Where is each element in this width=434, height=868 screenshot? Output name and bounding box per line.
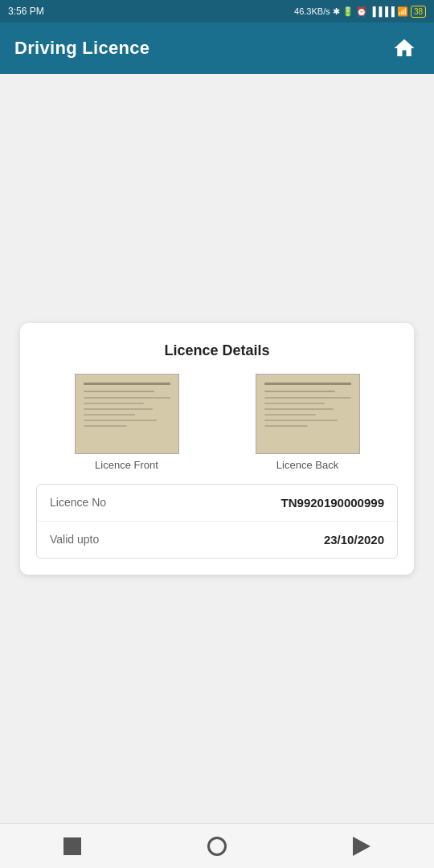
doc-line <box>264 403 326 404</box>
valid-upto-row: Valid upto 23/10/2020 <box>37 522 397 558</box>
network-speed: 46.3KB/s <box>294 6 330 16</box>
status-time: 3:56 PM <box>8 6 44 17</box>
licence-front-image[interactable] <box>75 374 179 454</box>
doc-line <box>84 403 145 404</box>
wifi-icon: 📶 <box>397 6 408 17</box>
doc-line <box>84 420 158 421</box>
doc-lines-front <box>84 397 170 427</box>
nav-home-button[interactable] <box>197 826 237 866</box>
nav-back-button[interactable] <box>342 826 382 866</box>
app-bar: Driving Licence <box>0 23 434 74</box>
home-nav-icon <box>207 837 227 856</box>
licence-card: Licence Details <box>20 323 414 575</box>
licence-back-image-inner <box>256 375 359 453</box>
time-text: 3:56 PM <box>8 6 44 17</box>
alarm-icon: ⏰ <box>356 6 367 17</box>
doc-line <box>84 397 170 399</box>
battery-icon: 🔋 <box>342 6 354 17</box>
info-table: Licence No TN9920190000999 Valid upto 23… <box>36 484 398 559</box>
nav-bar <box>0 823 434 868</box>
doc-line <box>264 420 338 421</box>
doc-lines-back <box>264 397 351 427</box>
signal-icon: ▐▐▐▐ <box>370 6 395 16</box>
licence-back-label: Licence Back <box>276 459 338 471</box>
licence-no-label: Licence No <box>50 496 217 509</box>
nav-recent-button[interactable] <box>52 826 92 866</box>
status-icons: 46.3KB/s ✱ 🔋 ⏰ ▐▐▐▐ 📶 38 <box>294 6 426 18</box>
recent-icon <box>63 837 81 855</box>
doc-line <box>264 397 351 399</box>
doc-line <box>264 408 334 410</box>
licence-images-row: Licence Front <box>36 374 398 471</box>
licence-front-item: Licence Front <box>75 374 179 471</box>
licence-no-row: Licence No TN9920190000999 <box>37 485 397 522</box>
page-title: Driving Licence <box>14 38 149 59</box>
licence-back-item: Licence Back <box>256 374 360 471</box>
doc-line <box>84 425 127 427</box>
doc-line <box>264 414 317 416</box>
status-bar: 3:56 PM 46.3KB/s ✱ 🔋 ⏰ ▐▐▐▐ 📶 38 <box>0 0 434 23</box>
valid-upto-value: 23/10/2020 <box>217 533 384 547</box>
valid-upto-label: Valid upto <box>50 533 217 546</box>
doc-line <box>84 414 136 416</box>
licence-back-image[interactable] <box>256 374 360 454</box>
licence-no-value: TN9920190000999 <box>217 496 384 510</box>
bluetooth-icon: ✱ <box>333 6 340 17</box>
doc-line <box>264 425 308 427</box>
licence-front-label: Licence Front <box>95 459 158 471</box>
battery-level: 38 <box>411 6 426 18</box>
main-content: Licence Details <box>0 74 434 823</box>
home-icon <box>392 36 416 60</box>
card-title: Licence Details <box>36 342 398 359</box>
licence-front-image-inner <box>76 375 178 453</box>
back-icon <box>353 837 371 856</box>
doc-line <box>84 408 153 410</box>
home-button[interactable] <box>389 33 420 63</box>
